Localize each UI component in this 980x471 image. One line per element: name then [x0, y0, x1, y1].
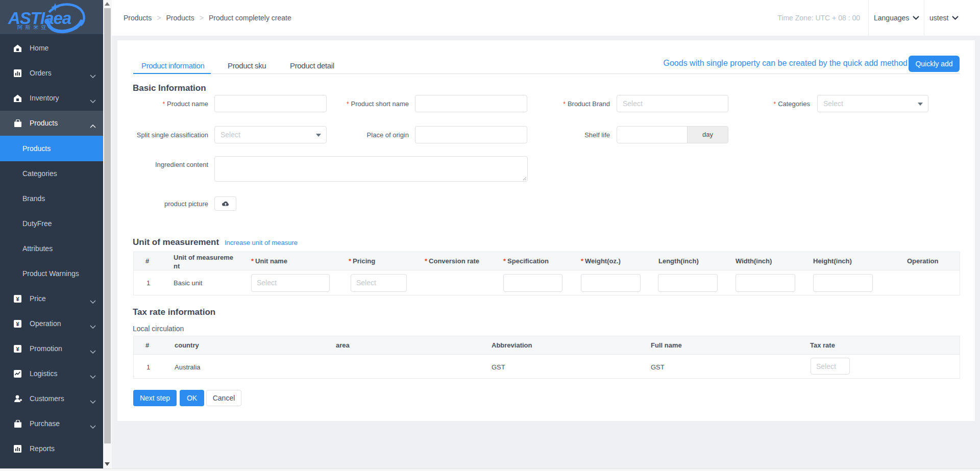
svg-text:¥: ¥ — [16, 296, 19, 302]
svg-text:阿斯米亚: 阿斯米亚 — [17, 24, 49, 30]
svg-text:¥: ¥ — [16, 321, 19, 327]
svg-text:¥: ¥ — [16, 346, 19, 352]
